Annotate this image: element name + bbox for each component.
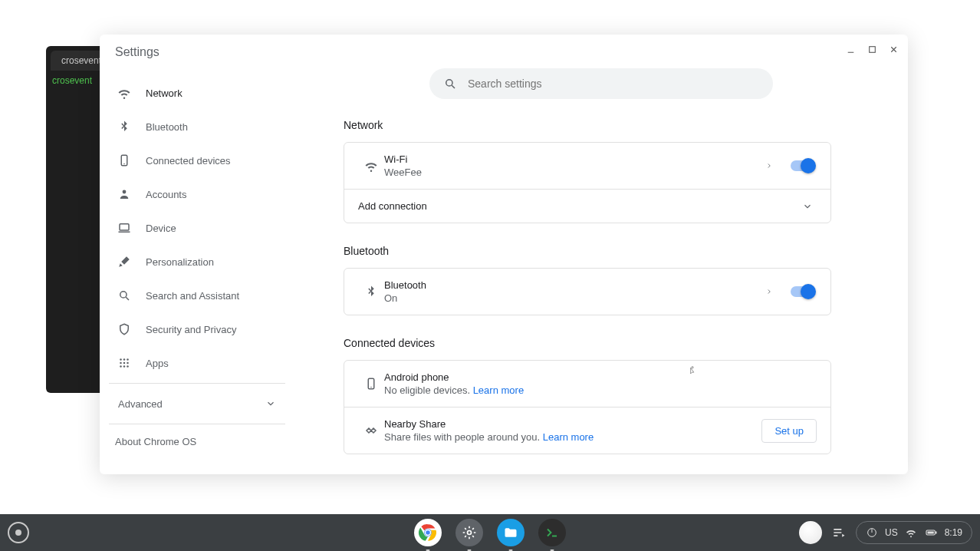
wifi-icon	[905, 526, 917, 539]
ime-indicator: US	[885, 527, 898, 538]
advanced-label: Advanced	[118, 398, 163, 410]
app-title: Settings	[100, 45, 294, 59]
shelf-app-chrome[interactable]	[414, 519, 442, 546]
bluetooth-row[interactable]: Bluetooth On	[344, 269, 830, 315]
search-icon	[117, 289, 132, 302]
bluetooth-title: Bluetooth	[384, 279, 760, 291]
sidebar-item-label: Security and Privacy	[146, 324, 237, 335]
sidebar-item-apps[interactable]: Apps	[100, 346, 294, 380]
sidebar-item-label: Accounts	[146, 189, 186, 200]
nearby-learn-more-link[interactable]: Learn more	[543, 431, 594, 443]
search-icon	[443, 77, 457, 91]
section-title-network: Network	[344, 119, 885, 131]
shelf-app-files[interactable]	[497, 519, 525, 546]
nearby-setup-button[interactable]: Set up	[761, 419, 817, 443]
brush-icon	[117, 255, 132, 269]
section-title-bluetooth: Bluetooth	[344, 245, 885, 257]
person-icon	[117, 187, 132, 201]
search-input[interactable]	[468, 78, 759, 90]
sidebar-item-network[interactable]: Network	[100, 76, 294, 110]
sidebar-item-device[interactable]: Device	[100, 211, 294, 245]
bluetooth-card: Bluetooth On	[344, 268, 831, 315]
sidebar-item-label: Bluetooth	[146, 121, 188, 133]
phone-icon	[358, 377, 384, 391]
wifi-title: Wi-Fi	[384, 153, 760, 165]
nearby-title: Nearby Share	[384, 418, 761, 430]
bluetooth-toggle[interactable]	[791, 286, 814, 297]
wifi-icon	[117, 85, 132, 101]
system-tray[interactable]: US 8:19	[856, 521, 972, 544]
shelf: US 8:19	[0, 514, 980, 551]
battery-icon	[924, 526, 938, 539]
sidebar-item-label: Network	[146, 87, 183, 99]
wifi-ssid: WeeFee	[384, 167, 760, 178]
sidebar: Settings Network Bluetooth Connected dev…	[100, 35, 294, 474]
shelf-app-terminal[interactable]	[538, 519, 566, 546]
apps-icon	[117, 356, 132, 370]
sidebar-item-label: Device	[146, 223, 176, 234]
sidebar-item-about[interactable]: About Chrome OS	[100, 427, 294, 455]
sidebar-item-label: Search and Assistant	[146, 290, 239, 302]
divider	[109, 383, 285, 384]
clock: 8:19	[945, 527, 962, 538]
playlist-icon[interactable]	[831, 525, 847, 540]
chevron-down-icon	[798, 201, 817, 212]
svg-point-23	[468, 531, 472, 535]
content-area: Network Wi-Fi WeeFee Add connection Blue…	[294, 35, 908, 474]
connected-card: Android phone No eligible devices. Learn…	[344, 360, 831, 454]
sidebar-item-label: Personalization	[146, 256, 214, 268]
nearby-sub: Share files with people around you. Lear…	[384, 431, 761, 443]
power-icon	[866, 526, 878, 539]
wifi-icon	[358, 158, 384, 173]
bluetooth-icon	[117, 120, 132, 134]
network-card: Wi-Fi WeeFee Add connection	[344, 142, 831, 223]
shelf-app-settings[interactable]	[455, 519, 483, 546]
sidebar-item-bluetooth[interactable]: Bluetooth	[100, 110, 294, 144]
android-sub: No eligible devices. Learn more	[384, 384, 817, 396]
launcher-button[interactable]	[8, 522, 29, 543]
shelf-avatar[interactable]	[799, 521, 822, 544]
settings-window: Settings Network Bluetooth Connected dev…	[100, 35, 908, 474]
android-phone-row[interactable]: Android phone No eligible devices. Learn…	[344, 361, 830, 407]
android-learn-more-link[interactable]: Learn more	[473, 384, 524, 396]
add-connection-row[interactable]: Add connection	[344, 189, 830, 223]
chevron-right-icon	[760, 288, 778, 295]
sidebar-item-accounts[interactable]: Accounts	[100, 177, 294, 211]
nearby-share-icon	[358, 424, 384, 437]
svg-point-22	[426, 530, 431, 536]
sidebar-item-search-assistant[interactable]: Search and Assistant	[100, 279, 294, 312]
android-title: Android phone	[384, 371, 817, 383]
sidebar-item-label: Apps	[146, 358, 169, 369]
shield-icon	[117, 322, 132, 336]
nearby-share-row[interactable]: Nearby Share Share files with people aro…	[344, 407, 830, 454]
sidebar-item-connected-devices[interactable]: Connected devices	[100, 144, 294, 177]
wifi-row[interactable]: Wi-Fi WeeFee	[344, 143, 830, 189]
sidebar-item-advanced[interactable]: Advanced	[100, 387, 294, 421]
wifi-toggle[interactable]	[791, 160, 814, 171]
sidebar-item-personalization[interactable]: Personalization	[100, 245, 294, 279]
laptop-icon	[117, 221, 132, 235]
bluetooth-status: On	[384, 292, 760, 304]
search-bar[interactable]	[429, 68, 773, 99]
phone-icon	[117, 153, 132, 167]
add-connection-label: Add connection	[358, 200, 798, 212]
bluetooth-icon	[358, 285, 384, 299]
divider	[109, 424, 285, 424]
chevron-right-icon	[760, 162, 778, 170]
chevron-down-icon	[265, 398, 276, 409]
section-title-connected: Connected devices	[344, 337, 885, 349]
sidebar-item-security-privacy[interactable]: Security and Privacy	[100, 312, 294, 346]
sidebar-item-label: Connected devices	[146, 155, 231, 167]
terminal-prompt: crosevent	[52, 75, 92, 86]
